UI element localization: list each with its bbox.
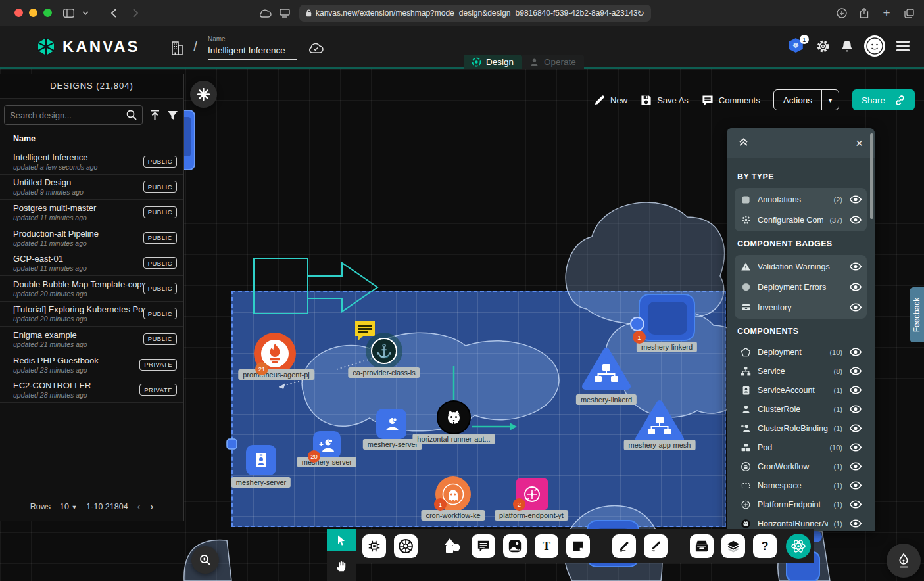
design-row[interactable]: Enigma example updated 21 minutes ago PU… bbox=[0, 327, 183, 352]
share-button[interactable]: Share bbox=[852, 89, 915, 110]
actions-caret[interactable]: ▾ bbox=[821, 90, 839, 110]
design-row[interactable]: Postgres multi-master updated 11 minutes… bbox=[0, 200, 183, 225]
zoom-window-button[interactable] bbox=[43, 9, 52, 17]
user-avatar[interactable] bbox=[864, 35, 885, 57]
filter-icon[interactable] bbox=[167, 110, 178, 120]
node-label[interactable]: platform-endpoint-yt bbox=[495, 510, 568, 521]
notifications-bell-icon[interactable] bbox=[841, 39, 853, 53]
design-row[interactable]: EC2-CONTROLLER updated 28 minutes ago PR… bbox=[0, 377, 183, 403]
pencil-tool[interactable] bbox=[644, 534, 668, 558]
whiteboard-toggle[interactable] bbox=[783, 529, 814, 563]
layer-item-service-account[interactable]: ServiceAccount (1) bbox=[735, 381, 867, 400]
feedback-tab[interactable]: Feedback bbox=[910, 287, 924, 342]
next-page-button[interactable]: › bbox=[150, 501, 153, 513]
layers-tool[interactable] bbox=[721, 534, 745, 558]
panel-scrollbar[interactable] bbox=[870, 133, 873, 219]
node-label[interactable]: meshery-app-mesh bbox=[624, 440, 696, 450]
page-settings-icon[interactable] bbox=[276, 5, 293, 22]
pan-tool[interactable] bbox=[327, 551, 356, 581]
reload-icon[interactable]: ↻ bbox=[637, 8, 644, 18]
visibility-eye-icon[interactable] bbox=[850, 367, 862, 375]
visibility-eye-icon[interactable] bbox=[850, 216, 862, 224]
close-window-button[interactable] bbox=[14, 9, 23, 17]
tab-design[interactable]: Design bbox=[464, 55, 522, 69]
new-tab-icon[interactable]: + bbox=[878, 5, 895, 22]
window-controls[interactable] bbox=[14, 9, 52, 17]
text-tool[interactable]: T bbox=[535, 534, 558, 558]
visibility-eye-icon[interactable] bbox=[850, 348, 862, 356]
layer-item-cluster-role[interactable]: ClusterRole (1) bbox=[735, 400, 867, 419]
layer-item-configurable[interactable]: Configurable Components (37) bbox=[740, 210, 862, 230]
node-meshery-server-top[interactable] bbox=[376, 409, 406, 439]
node-badge[interactable]: 1 bbox=[434, 498, 447, 511]
visibility-eye-icon[interactable] bbox=[850, 424, 862, 432]
close-panel-icon[interactable]: × bbox=[856, 137, 863, 149]
downloads-icon[interactable] bbox=[833, 5, 850, 22]
design-name-input[interactable]: Intelligent Inference bbox=[208, 45, 297, 60]
share-icon[interactable] bbox=[856, 5, 873, 22]
previous-page-button[interactable]: ‹ bbox=[137, 501, 141, 513]
comments-button[interactable]: Comments bbox=[702, 95, 760, 106]
forward-button[interactable] bbox=[127, 5, 144, 22]
icloud-icon[interactable] bbox=[256, 5, 274, 22]
visibility-eye-icon[interactable] bbox=[850, 195, 862, 204]
zoom-button[interactable] bbox=[191, 546, 219, 574]
minimize-window-button[interactable] bbox=[29, 9, 37, 17]
address-bar[interactable]: kanvas.new/extension/meshmap?mode=design… bbox=[299, 5, 651, 22]
node-label[interactable]: cron-workflow-ke bbox=[421, 510, 485, 521]
kanvas-logo[interactable]: KANVAS bbox=[36, 37, 140, 57]
layer-item-namespace[interactable]: Namespace (1) bbox=[735, 476, 867, 495]
snowflake-button[interactable] bbox=[190, 81, 217, 108]
design-row[interactable]: Intelligent Inference updated a few seco… bbox=[0, 149, 183, 175]
visibility-eye-icon[interactable] bbox=[850, 519, 862, 528]
visibility-eye-icon[interactable] bbox=[850, 386, 862, 394]
comment-tool[interactable] bbox=[472, 534, 495, 558]
node-ca-provider[interactable]: ⚓ bbox=[366, 333, 402, 369]
collapse-panel-icon[interactable] bbox=[739, 137, 748, 149]
hamburger-menu-icon[interactable] bbox=[896, 41, 910, 51]
design-row[interactable]: Production-alt Pipeline updated 11 minut… bbox=[0, 225, 183, 251]
node-label[interactable]: meshery-linkerd bbox=[576, 394, 637, 405]
node-linkerd-service[interactable] bbox=[581, 347, 631, 393]
node-appmesh-service[interactable] bbox=[635, 400, 685, 446]
node-label[interactable]: meshery-server bbox=[231, 477, 291, 488]
node-badge[interactable]: 20 bbox=[308, 450, 320, 463]
design-row[interactable]: Double Bubble Map Template-copy updated … bbox=[0, 276, 183, 302]
sidebar-toggle-icon[interactable] bbox=[60, 5, 77, 22]
actions-split-button[interactable]: Actions ▾ bbox=[773, 89, 839, 110]
node-meshery-server-left[interactable] bbox=[246, 445, 276, 475]
layer-item-deployment-errors[interactable]: Deployment Errors bbox=[740, 277, 862, 297]
organization-icon[interactable] bbox=[170, 39, 184, 58]
visibility-eye-icon[interactable] bbox=[850, 262, 862, 271]
node-badge[interactable]: 2 bbox=[513, 498, 525, 511]
design-name-field[interactable]: Name Intelligent Inference bbox=[208, 35, 297, 60]
design-row[interactable]: [Tutorial] Exploring Kubernetes Pod upda… bbox=[0, 302, 183, 327]
shapes-tool[interactable] bbox=[440, 534, 464, 558]
import-design-icon[interactable] bbox=[149, 110, 160, 120]
kubernetes-context-badge[interactable]: ☸ 1 bbox=[788, 38, 805, 54]
layer-item-platform-endpoint[interactable]: PlatformEndpoint (1) bbox=[735, 495, 867, 514]
layer-item-cluster-role-binding[interactable]: ClusterRoleBinding (1) bbox=[735, 419, 867, 438]
node-label[interactable]: meshery-linkerd bbox=[637, 342, 697, 352]
visibility-eye-icon[interactable] bbox=[850, 500, 862, 509]
layer-item-cron-workflow[interactable]: CronWorkflow (1) bbox=[735, 457, 867, 476]
tab-operate[interactable]: Operate bbox=[522, 55, 584, 69]
help-tool[interactable]: ? bbox=[753, 534, 777, 558]
design-row[interactable]: GCP-east-01 updated 11 minutes ago PUBLI… bbox=[0, 250, 183, 276]
layer-item-deployment[interactable]: Deployment (10) bbox=[735, 342, 867, 361]
visibility-eye-icon[interactable] bbox=[850, 462, 862, 471]
layer-item-service[interactable]: Service (8) bbox=[735, 361, 867, 381]
visibility-eye-icon[interactable] bbox=[850, 405, 862, 413]
visibility-eye-icon[interactable] bbox=[850, 481, 862, 490]
select-tool[interactable] bbox=[327, 529, 356, 551]
node-label[interactable]: horizontal-runner-aut... bbox=[412, 434, 495, 444]
layer-item-annotations[interactable]: Annotations (2) bbox=[740, 189, 862, 210]
visibility-eye-icon[interactable] bbox=[850, 283, 862, 291]
settings-gear-icon[interactable] bbox=[816, 39, 830, 53]
save-as-button[interactable]: Save As bbox=[641, 95, 689, 106]
chevron-down-icon[interactable] bbox=[77, 5, 94, 22]
note-tool[interactable] bbox=[566, 534, 590, 558]
node-label[interactable]: ca-provider-class-ls bbox=[348, 367, 420, 378]
node-linkerd-deployment[interactable] bbox=[639, 294, 695, 341]
pen-mode-button[interactable] bbox=[887, 544, 921, 578]
